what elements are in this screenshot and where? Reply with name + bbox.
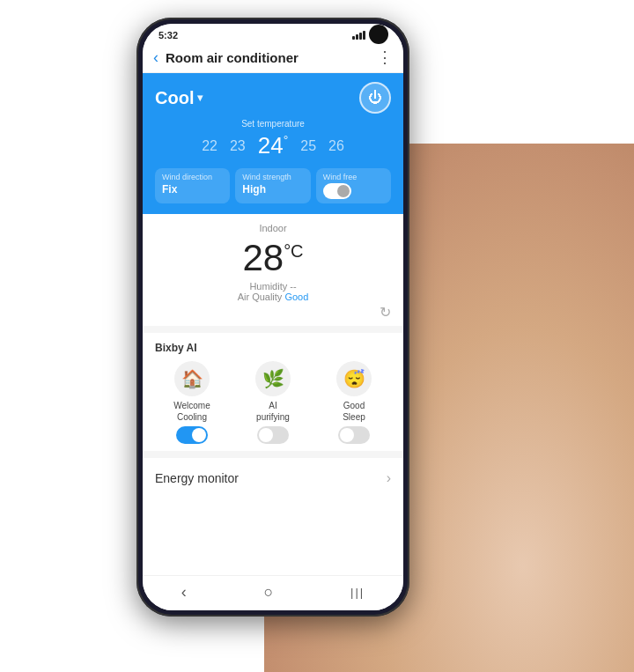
good-sleep-toggle[interactable] bbox=[338, 426, 370, 444]
bixby-section: Bixby AI 🏠 WelcomeCooling 🌿 AIpurifying … bbox=[143, 333, 403, 458]
mode-label-text: Cool bbox=[155, 88, 194, 108]
ai-purifying-icon: 🌿 bbox=[255, 361, 291, 396]
wind-direction-control[interactable]: Wind direction Fix bbox=[155, 168, 230, 203]
bixby-welcome-cooling: 🏠 WelcomeCooling bbox=[155, 361, 229, 444]
bixby-title: Bixby AI bbox=[155, 342, 391, 354]
welcome-cooling-toggle[interactable] bbox=[176, 426, 208, 444]
energy-monitor-section[interactable]: Energy monitor › bbox=[143, 458, 403, 498]
bixby-ai-purifying: 🌿 AIpurifying bbox=[236, 361, 310, 444]
air-quality-value: Good bbox=[284, 292, 308, 302]
wind-free-label: Wind free bbox=[323, 173, 384, 181]
wind-strength-label: Wind strength bbox=[242, 173, 303, 181]
wind-strength-control[interactable]: Wind strength High bbox=[235, 168, 310, 203]
bixby-good-sleep: 😴 GoodSleep bbox=[317, 361, 391, 444]
camera-notch bbox=[369, 25, 388, 44]
wind-free-toggle[interactable] bbox=[323, 183, 351, 199]
good-sleep-label: GoodSleep bbox=[343, 400, 365, 423]
indoor-air-quality: Air Quality Good bbox=[155, 292, 391, 302]
refresh-button[interactable]: ↻ bbox=[155, 304, 391, 321]
phone-screen: 5:32 ▲ ▮ ‹ Room air conditioner ⋮ bbox=[143, 24, 403, 610]
mode-selector[interactable]: Cool ▾ bbox=[155, 88, 203, 108]
bixby-items: 🏠 WelcomeCooling 🌿 AIpurifying 😴 GoodSle… bbox=[155, 361, 391, 444]
status-bar: 5:32 ▲ ▮ bbox=[143, 24, 403, 42]
ai-purifying-label: AIpurifying bbox=[256, 400, 290, 423]
status-time: 5:32 bbox=[158, 30, 178, 41]
phone-shell: 5:32 ▲ ▮ ‹ Room air conditioner ⋮ bbox=[136, 18, 409, 617]
temp-23[interactable]: 23 bbox=[230, 138, 246, 154]
nav-recent-button[interactable]: ||| bbox=[350, 586, 365, 599]
degree-symbol: ° bbox=[284, 133, 289, 147]
mode-row: Cool ▾ ⏻ bbox=[155, 82, 391, 114]
temp-26[interactable]: 26 bbox=[328, 138, 344, 154]
welcome-cooling-label: WelcomeCooling bbox=[173, 400, 210, 423]
scene: 5:32 ▲ ▮ ‹ Room air conditioner ⋮ bbox=[0, 0, 634, 672]
energy-monitor-arrow: › bbox=[387, 470, 391, 486]
app-header: ‹ Room air conditioner ⋮ bbox=[143, 42, 403, 73]
air-quality-label: Air Quality bbox=[238, 292, 283, 302]
signal-icon bbox=[352, 31, 365, 40]
nav-home-button[interactable]: ○ bbox=[263, 583, 273, 602]
nav-back-button[interactable]: ‹ bbox=[181, 583, 187, 602]
temp-22[interactable]: 22 bbox=[202, 138, 217, 154]
more-menu-button[interactable]: ⋮ bbox=[377, 48, 393, 67]
wind-free-control[interactable]: Wind free bbox=[316, 168, 391, 203]
temperature-selector[interactable]: 22 23 24° 25 26 bbox=[155, 132, 391, 159]
page-title: Room air conditioner bbox=[166, 50, 370, 65]
indoor-section: Indoor 28°C Humidity -- Air Quality Good… bbox=[143, 214, 403, 333]
temp-24-active[interactable]: 24° bbox=[258, 132, 289, 159]
control-panel: Cool ▾ ⏻ Set temperature 22 23 24° 25 26 bbox=[143, 73, 403, 214]
wind-strength-value: High bbox=[242, 183, 303, 196]
indoor-humidity: Humidity -- bbox=[155, 281, 391, 292]
ai-purifying-toggle[interactable] bbox=[257, 426, 289, 444]
back-button[interactable]: ‹ bbox=[153, 48, 158, 67]
bottom-navigation: ‹ ○ ||| bbox=[143, 575, 403, 610]
mode-dropdown-icon: ▾ bbox=[197, 92, 203, 104]
set-temperature-label: Set temperature bbox=[155, 119, 391, 129]
welcome-cooling-icon: 🏠 bbox=[174, 361, 210, 396]
indoor-title: Indoor bbox=[155, 223, 391, 233]
wind-direction-value: Fix bbox=[162, 183, 223, 196]
power-icon: ⏻ bbox=[368, 90, 382, 106]
indoor-temp-unit: °C bbox=[284, 241, 303, 261]
indoor-temp-value: 28 bbox=[242, 237, 284, 278]
power-button[interactable]: ⏻ bbox=[359, 82, 391, 114]
wind-direction-label: Wind direction bbox=[162, 173, 223, 181]
temp-25[interactable]: 25 bbox=[300, 138, 316, 154]
energy-monitor-label: Energy monitor bbox=[155, 471, 239, 485]
settings-row: Wind direction Fix Wind strength High Wi… bbox=[155, 168, 391, 203]
indoor-temperature: 28°C bbox=[155, 237, 391, 279]
good-sleep-icon: 😴 bbox=[336, 361, 372, 396]
